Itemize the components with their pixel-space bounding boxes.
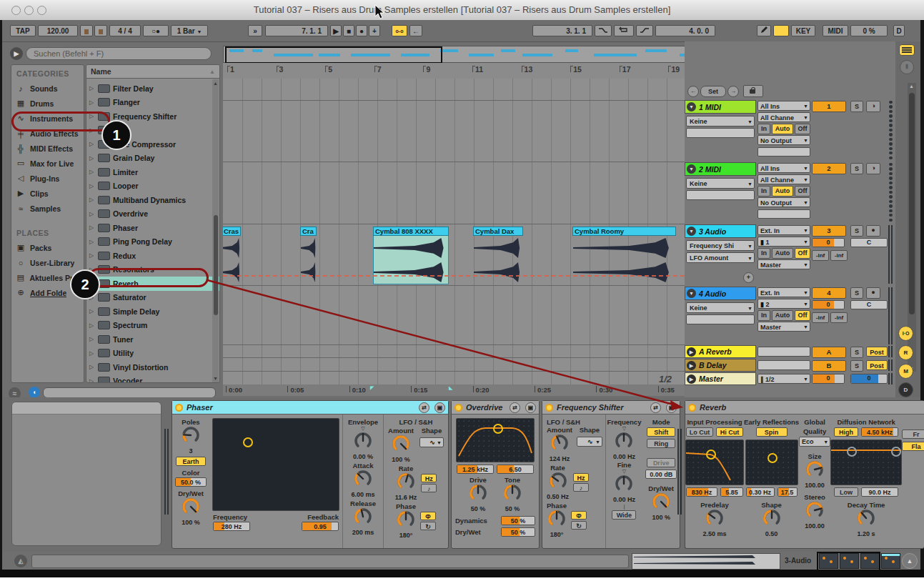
show-hide-device-view-button[interactable]: ▲ xyxy=(902,553,918,569)
set-locator-button[interactable]: Set xyxy=(700,86,726,97)
input-filter-display[interactable] xyxy=(685,440,744,485)
shape-knob[interactable] xyxy=(762,509,781,530)
browser-collapse-button[interactable]: ▶ xyxy=(10,47,23,60)
metronome-button[interactable]: ○● xyxy=(143,25,169,36)
track3-arm-button[interactable]: ● xyxy=(866,225,880,237)
clip-sample-overview[interactable] xyxy=(632,553,780,570)
overdub-button[interactable]: + xyxy=(369,25,380,36)
track4-meter-peak-left[interactable]: -inf xyxy=(812,312,829,323)
place-item-user-library[interactable]: ○User-Library xyxy=(11,255,84,270)
diffusion-low-freq[interactable]: 90.0 Hz xyxy=(861,487,898,497)
track3-meter-peak-right[interactable]: -inf xyxy=(830,250,848,261)
phaser-drywet-knob[interactable] xyxy=(182,497,200,519)
device-thumbnail[interactable] xyxy=(860,553,880,569)
disclosure-triangle-icon[interactable]: ▷ xyxy=(89,169,95,175)
monitor-in-button[interactable]: In xyxy=(757,186,770,197)
poles-knob[interactable] xyxy=(182,426,200,447)
sidebar-item-clips[interactable]: ▶Clips xyxy=(11,186,84,201)
disclosure-triangle-icon[interactable]: ▷ xyxy=(89,99,95,106)
track1-input-type[interactable]: All Ins▼ xyxy=(757,101,810,111)
fold-track-icon[interactable]: ▼ xyxy=(687,227,696,236)
return-a-post-button[interactable]: Post xyxy=(866,347,888,357)
browser-item-looper[interactable]: ▷Looper xyxy=(86,179,219,194)
browser-item-vinyl-distortion[interactable]: ▷Vinyl Distortion xyxy=(86,360,219,374)
disclosure-triangle-icon[interactable]: ▷ xyxy=(89,239,95,245)
follow-button[interactable]: » xyxy=(248,25,262,36)
browser-scrollbar[interactable]: ▲ ▼ xyxy=(212,79,219,382)
browser-item-grain-delay[interactable]: ▷Grain Delay xyxy=(86,152,219,166)
browser-item-simple-delay[interactable]: ▷Simple Delay xyxy=(86,304,219,319)
disclosure-triangle-icon[interactable]: ▷ xyxy=(89,364,95,370)
show-returns-section-button[interactable]: R xyxy=(898,345,913,360)
hot-swap-icon[interactable]: ⇄ xyxy=(419,402,429,413)
clip-title[interactable]: Cymbal 808 XXXX xyxy=(373,227,449,236)
track4-solo-button[interactable]: S xyxy=(850,287,863,299)
device-thumbnail[interactable] xyxy=(840,553,859,569)
device-thumbnail[interactable] xyxy=(819,553,838,569)
attack-knob[interactable] xyxy=(354,470,372,491)
track1-arm-button[interactable]: ◑ xyxy=(866,101,880,112)
disclosure-triangle-icon[interactable]: ▷ xyxy=(89,224,95,231)
arrangement-overview[interactable] xyxy=(223,46,686,63)
disclosure-triangle-icon[interactable]: ▷ xyxy=(89,378,95,383)
arrangement-position-field[interactable]: 7. 1. 1 xyxy=(265,25,328,36)
show-delay-section-button[interactable]: D xyxy=(898,382,913,397)
return-b-solo-button[interactable]: S xyxy=(850,360,863,372)
track1-output[interactable]: No Output▼ xyxy=(757,135,810,145)
scroll-up-icon[interactable]: ▲ xyxy=(909,84,914,89)
monitor-in-button[interactable]: In xyxy=(757,310,770,321)
phaser-marker[interactable] xyxy=(243,437,253,447)
stereo-knob[interactable] xyxy=(805,501,824,522)
fold-track-icon[interactable]: ▼ xyxy=(687,289,696,298)
fs-amount-knob[interactable] xyxy=(547,434,572,455)
show-mixer-section-button[interactable]: M xyxy=(898,364,913,379)
track1-device-chooser[interactable]: Keine▼ xyxy=(686,116,755,126)
input-freq-value[interactable]: 830 Hz xyxy=(686,487,717,497)
track2-output-channel[interactable] xyxy=(757,209,810,219)
scroll-down-icon[interactable]: ▼ xyxy=(213,376,218,381)
rate-hz-button[interactable]: Hz xyxy=(421,474,437,482)
track4-volume[interactable]: 0 xyxy=(812,300,845,309)
device-thumbnail[interactable] xyxy=(881,553,900,569)
overdrive-drywet-value[interactable]: 50 % xyxy=(501,527,535,537)
disclosure-triangle-icon[interactable]: ▷ xyxy=(89,155,95,162)
track4-input-channel[interactable]: ▮ 2▼ xyxy=(757,299,810,309)
fold-track-icon[interactable]: ▼ xyxy=(687,102,696,111)
lfo-amount-knob[interactable] xyxy=(388,434,414,456)
frequency-shifter-title-bar[interactable]: Frequency Shifter ⇄ ▣ xyxy=(542,401,680,414)
quantization-menu[interactable]: 1 Bar ▼ xyxy=(171,25,208,36)
diffusion-high-freq[interactable]: 4.50 kHz xyxy=(861,427,898,437)
input-q-value[interactable]: 5.85 xyxy=(720,487,743,497)
track2-output[interactable]: No Output▼ xyxy=(757,197,810,207)
browser-item-tuner[interactable]: ▷Tuner xyxy=(86,332,219,347)
freeze-button-clipped[interactable]: Fr xyxy=(902,429,924,439)
save-preset-icon[interactable]: ▣ xyxy=(666,402,677,413)
device-chain-overview[interactable] xyxy=(819,552,900,569)
track2-activator[interactable]: 2 xyxy=(812,163,846,174)
reverb-title-bar[interactable]: Reverb xyxy=(685,401,924,414)
diffusion-low-button[interactable]: Low xyxy=(834,487,858,497)
sidebar-item-max-for-live[interactable]: ▭Max for Live xyxy=(11,156,84,171)
master-volume[interactable]: 0 xyxy=(812,374,845,384)
disclosure-triangle-icon[interactable]: ▷ xyxy=(89,141,95,147)
monitor-in-button[interactable]: In xyxy=(757,124,770,134)
quality-chooser[interactable]: Eco▼ xyxy=(799,437,830,447)
decay-time-knob[interactable] xyxy=(857,509,875,530)
device-on-icon[interactable] xyxy=(175,404,183,412)
track4-pan[interactable]: C xyxy=(850,300,888,309)
fs-fine-knob[interactable] xyxy=(615,475,633,496)
track1-input-channel[interactable]: All Channe▼ xyxy=(757,112,810,122)
loop-start-field[interactable]: 3. 1. 1 xyxy=(532,25,592,36)
track3-activator[interactable]: 3 xyxy=(812,225,846,237)
track3-output[interactable]: Master▼ xyxy=(757,259,810,269)
cue-marker-icon[interactable]: ◣ xyxy=(449,385,452,391)
disclosure-triangle-icon[interactable]: ▷ xyxy=(89,350,95,357)
return-a-solo-button[interactable]: S xyxy=(850,347,863,358)
nudge-down-button[interactable]: ||| xyxy=(80,25,93,36)
fold-track-icon[interactable]: ▼ xyxy=(687,164,696,174)
track2-input-type[interactable]: All Ins▼ xyxy=(757,163,810,173)
monitor-off-button[interactable]: Off xyxy=(795,124,810,134)
record-button[interactable]: ● xyxy=(356,25,367,36)
monitor-auto-button[interactable]: Auto xyxy=(772,310,793,321)
device-on-icon[interactable] xyxy=(545,404,553,412)
